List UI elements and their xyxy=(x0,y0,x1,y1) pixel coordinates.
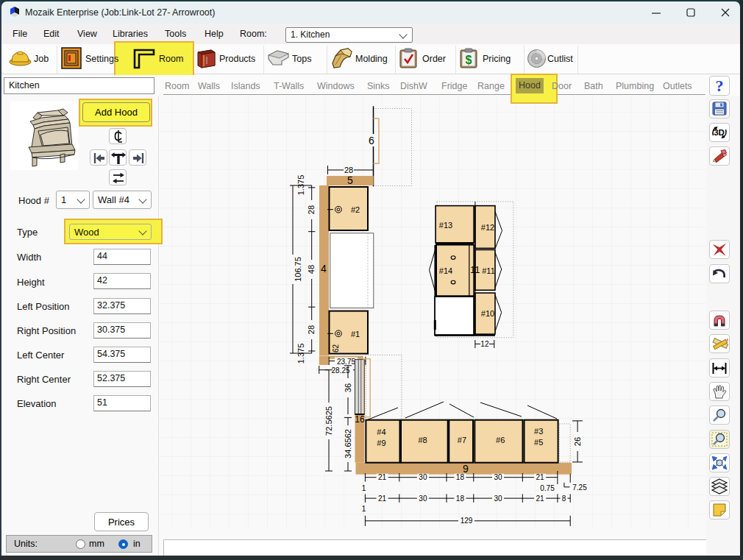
svg-text:16: 16 xyxy=(355,414,365,425)
svg-text:21: 21 xyxy=(536,495,545,503)
svg-text:48: 48 xyxy=(307,265,316,274)
svg-text:#1: #1 xyxy=(351,330,360,339)
svg-text:#7: #7 xyxy=(458,436,466,444)
svg-text:8: 8 xyxy=(562,495,566,503)
svg-text:#11: #11 xyxy=(482,266,495,275)
svg-text:#10: #10 xyxy=(481,309,494,318)
svg-text:18: 18 xyxy=(456,473,465,481)
svg-text:18: 18 xyxy=(456,495,465,503)
svg-text:4: 4 xyxy=(321,263,327,274)
svg-text:#6: #6 xyxy=(496,436,505,444)
svg-text:#12: #12 xyxy=(481,223,494,232)
svg-text:62: 62 xyxy=(332,344,340,352)
svg-text:30: 30 xyxy=(494,495,502,503)
svg-text:1.375: 1.375 xyxy=(296,344,305,364)
svg-text:#8: #8 xyxy=(418,436,427,444)
svg-text:#14: #14 xyxy=(439,266,452,275)
svg-text:11: 11 xyxy=(470,264,480,275)
svg-text:21: 21 xyxy=(536,473,545,481)
svg-text:28: 28 xyxy=(344,166,353,174)
svg-text:30: 30 xyxy=(419,473,427,481)
svg-text:#3: #3 xyxy=(534,427,543,436)
svg-text:0.75: 0.75 xyxy=(540,484,555,492)
svg-text:21: 21 xyxy=(378,495,387,503)
svg-text:12: 12 xyxy=(480,340,489,348)
svg-text:23.75: 23.75 xyxy=(337,358,355,366)
svg-text:28.25: 28.25 xyxy=(331,366,349,375)
svg-text:5: 5 xyxy=(347,174,353,186)
svg-text:1.375: 1.375 xyxy=(296,175,305,196)
svg-text:36: 36 xyxy=(344,383,352,392)
svg-text:106.75: 106.75 xyxy=(294,257,302,282)
svg-text:$: $ xyxy=(466,54,472,66)
svg-text:#5: #5 xyxy=(534,438,543,447)
svg-text:26: 26 xyxy=(573,437,582,446)
svg-text:7.25: 7.25 xyxy=(572,483,587,492)
svg-text:1: 1 xyxy=(362,505,366,513)
svg-text:#13: #13 xyxy=(439,221,452,230)
svg-text:6: 6 xyxy=(369,135,374,146)
svg-text:72.5625: 72.5625 xyxy=(324,406,333,436)
svg-text:30: 30 xyxy=(494,473,502,481)
svg-text:30: 30 xyxy=(419,495,427,503)
svg-text:28: 28 xyxy=(307,205,316,214)
svg-text:21: 21 xyxy=(378,473,387,481)
svg-text:#9: #9 xyxy=(377,439,385,447)
svg-text:34.6562: 34.6562 xyxy=(344,429,352,458)
svg-text:28: 28 xyxy=(307,325,316,334)
svg-text:#4: #4 xyxy=(377,428,385,436)
svg-text:129: 129 xyxy=(461,517,473,525)
svg-text:#2: #2 xyxy=(351,205,360,214)
svg-text:1: 1 xyxy=(362,484,366,492)
